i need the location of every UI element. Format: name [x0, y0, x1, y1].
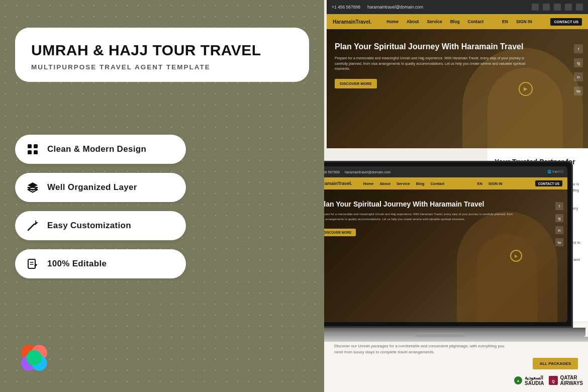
preview-hero-title: Plan Your Spiritual Journey With Haramai…: [335, 42, 528, 52]
laptop-hero-cta: DISCOVER MORE: [324, 229, 356, 236]
wand-icon: [25, 218, 40, 233]
laptop-base: [324, 328, 585, 337]
features-list: Clean & Modern Design Well Organized Lay…: [15, 135, 186, 278]
laptop-lang: EN: [477, 181, 482, 186]
hero-tw-icon: tw: [574, 86, 583, 95]
laptop-brand: HaramainTravel.: [324, 181, 352, 186]
saudia-logo: ✦ السعوديةSAUDIA: [514, 375, 544, 386]
preview-nav-home: Home: [386, 19, 399, 24]
qatar-label: QATARAIRWAYS: [560, 375, 583, 386]
laptop-nav-blog: Blog: [416, 181, 425, 186]
saudia-label: السعوديةSAUDIA: [525, 375, 544, 386]
preview-email: haramaintravel@domain.com: [367, 5, 423, 10]
preview-hero: Plan Your Spiritual Journey With Haramai…: [327, 29, 588, 148]
preview-hero-social: f ig in tw: [574, 44, 583, 95]
qatar-logo: Q QATARAIRWAYS: [549, 375, 583, 386]
laptop-screen-inner: +1 456 567898 haramaintravel@domain.com …: [324, 166, 567, 322]
laptop-nav-service: Service: [397, 181, 410, 186]
laptop-hero-content: Plan Your Spiritual Journey With Haramai…: [324, 200, 517, 236]
preview-nav-contact: Contact: [468, 19, 484, 24]
instagram-icon: [532, 4, 539, 11]
share-icon: [576, 4, 583, 11]
hero-fb-icon: f: [574, 44, 583, 53]
laptop-hero-title: Plan Your Spiritual Journey With Haramai…: [324, 200, 517, 209]
title-box: UMRAH & HAJJ TOUR TRAVEL MULTIPURPOSE TR…: [15, 28, 309, 82]
laptop-social-side: f ig in tw: [555, 202, 563, 246]
preview-lang: EN: [502, 19, 508, 24]
svg-rect-0: [28, 144, 32, 148]
svg-point-19: [27, 350, 42, 366]
feature-badge-organized: Well Organized Layer: [15, 173, 186, 202]
feature-label-editable: 100% Editable: [47, 259, 107, 269]
right-panel: +1 456 567898 haramaintravel@domain.com …: [324, 0, 588, 392]
laptop-contact-btn: CONTACT US: [535, 180, 562, 186]
feature-badge-editable: 100% Editable: [15, 249, 186, 278]
figma-logo: [16, 340, 52, 378]
laptop-topbar: +1 456 567898 haramaintravel@domain.com …: [324, 166, 567, 177]
svg-text:Q: Q: [552, 379, 555, 383]
linkedin-icon: [554, 4, 561, 11]
laptop-nav-contact: Contact: [430, 181, 444, 186]
partner-logos: ✦ السعوديةSAUDIA Q QATARAIRWAYS: [514, 375, 583, 386]
laptop-screen-area: +1 456 567898 haramaintravel@domain.com …: [324, 161, 573, 328]
svg-rect-3: [34, 150, 38, 154]
preview-contact-bar: +1 456 567898 haramaintravel@domain.com: [332, 5, 526, 10]
grid-icon: [25, 142, 40, 157]
preview-cta-btn: DISCOVER MORE: [335, 79, 377, 88]
preview-hero-content: Plan Your Spiritual Journey With Haramai…: [335, 42, 528, 88]
preview-navbar: HaramainTravel. Home About Service Blog …: [327, 14, 588, 29]
preview-play-btn: ▶: [519, 82, 533, 96]
preview-nav-service: Service: [427, 19, 442, 24]
feature-badge-customization: Easy Customization: [15, 211, 186, 240]
laptop-social-icons: 🌐 t in f ⬡: [547, 170, 563, 174]
preview-hero-desc: Prepare for a memorable and meaningful U…: [335, 56, 528, 72]
preview-phone: +1 456 567898: [332, 5, 360, 10]
laptop-fb-icon: f: [555, 202, 563, 210]
preview-signin: SIGN IN: [516, 19, 532, 24]
laptop-nav-home: Home: [363, 181, 374, 186]
laptop-navbar: HaramainTravel. Home About Service Blog …: [324, 177, 567, 189]
preview-social-bar: [532, 4, 583, 11]
main-title: UMRAH & HAJJ TOUR TRAVEL: [31, 42, 293, 59]
svg-line-7: [28, 224, 34, 230]
laptop-hero-desc: Prepare for a memorable and meaningful U…: [324, 212, 517, 222]
svg-marker-6: [28, 189, 38, 192]
laptop-email: haramaintravel@domain.com: [345, 170, 391, 174]
top-website-preview: +1 456 567898 haramaintravel@domain.com …: [327, 0, 588, 148]
feature-label-customization: Easy Customization: [47, 221, 131, 231]
hero-ig-icon: ig: [574, 58, 583, 67]
left-panel: UMRAH & HAJJ TOUR TRAVEL MULTIPURPOSE TR…: [0, 0, 324, 392]
preview-topbar: +1 456 567898 haramaintravel@domain.com: [327, 0, 588, 14]
svg-rect-1: [34, 144, 38, 148]
svg-text:✦: ✦: [517, 379, 520, 383]
sub-title: MULTIPURPOSE TRAVEL AGENT TEMPLATE: [31, 63, 293, 71]
laptop-phone: +1 456 567898: [324, 170, 340, 174]
preview-nav-about: About: [407, 19, 419, 24]
laptop-mockup: +1 456 567898 haramaintravel@domain.com …: [324, 161, 588, 342]
laptop-nav-about: About: [379, 181, 390, 186]
facebook-icon: [565, 4, 572, 11]
laptop-ig-icon: ig: [555, 214, 563, 222]
preview-nav-blog: Blog: [450, 19, 460, 24]
laptop-signin: SIGN IN: [488, 181, 503, 186]
preview-contact-btn: CONTACT US: [550, 18, 582, 26]
feature-label-organized: Well Organized Layer: [47, 182, 137, 192]
hero-li-icon: in: [574, 72, 583, 81]
laptop-bottom: [324, 337, 588, 342]
svg-rect-2: [28, 150, 32, 154]
laptop-play-btn: ▶: [510, 250, 522, 262]
svg-rect-12: [28, 259, 35, 268]
laptop-tw-icon: tw: [555, 238, 563, 246]
feature-badge-clean-modern: Clean & Modern Design: [15, 135, 186, 164]
popular-packages-desc: Discover our Umrah packages for a comfor…: [334, 343, 510, 355]
edit-icon: [25, 256, 40, 271]
all-packages-btn[interactable]: ALL PACKAGES: [533, 358, 578, 369]
laptop-hero: Plan Your Spiritual Journey With Haramai…: [324, 189, 567, 322]
twitter-icon: [543, 4, 550, 11]
preview-brand: HaramainTravel.: [333, 19, 371, 25]
laptop-li-icon: in: [555, 226, 563, 234]
layers-icon: [25, 180, 40, 195]
feature-label-clean-modern: Clean & Modern Design: [47, 144, 146, 154]
